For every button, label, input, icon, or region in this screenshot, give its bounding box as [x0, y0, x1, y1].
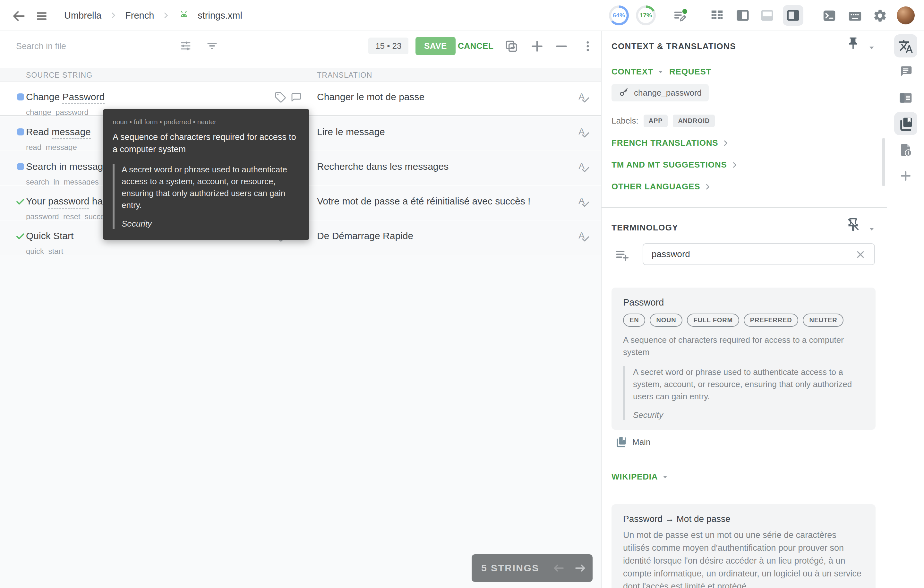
chevron-down-icon[interactable]	[866, 224, 877, 234]
translation-text[interactable]: De Démarrage Rapide	[317, 230, 413, 241]
term-topic: Security	[633, 410, 864, 420]
source-string: Read message	[26, 126, 91, 137]
panel-scrollbar[interactable]	[882, 138, 885, 186]
comment-icon[interactable]	[290, 91, 302, 103]
label-chip[interactable]: APP	[644, 115, 668, 127]
add-string-icon[interactable]	[530, 39, 544, 53]
view-right-panel-icon[interactable]	[783, 5, 804, 26]
spellcheck-icon[interactable]: A	[577, 230, 590, 244]
terminology-search-input[interactable]	[643, 243, 875, 265]
cancel-button[interactable]: CANCEL	[458, 37, 493, 55]
string-position-counter: 15 • 23	[368, 38, 408, 54]
french-translations-link[interactable]: FRENCH TRANSLATIONS	[612, 138, 730, 148]
view-table-icon[interactable]	[710, 8, 724, 23]
breadcrumb-file[interactable]: strings.xml	[198, 10, 242, 21]
term-quote-block: A secret word or phrase used to authenti…	[623, 366, 864, 420]
panel-divider	[602, 207, 887, 208]
tune-icon[interactable]	[180, 40, 192, 52]
clear-search-icon[interactable]	[855, 249, 866, 260]
source-string: Search in messages	[26, 161, 113, 172]
translation-text[interactable]: Changer le mot de passe	[317, 91, 424, 102]
term-chip: PREFERRED	[744, 314, 799, 327]
source-string: Quick Start	[26, 230, 73, 241]
spellcheck-icon[interactable]: A	[577, 195, 590, 209]
spellcheck-icon[interactable]: A	[577, 91, 590, 105]
string-info-panel-icon[interactable]	[899, 143, 913, 157]
tag-icon[interactable]	[275, 91, 286, 103]
unpin-icon[interactable]	[846, 218, 860, 232]
terminal-icon[interactable]	[822, 8, 837, 23]
copy-source-icon[interactable]	[504, 39, 518, 53]
comments-panel-icon[interactable]	[899, 64, 913, 79]
glossary-link[interactable]: Main	[615, 436, 650, 448]
pin-icon[interactable]	[846, 36, 860, 50]
pager-next-icon[interactable]	[574, 562, 587, 575]
svg-text:A: A	[579, 195, 584, 206]
chevron-down-icon[interactable]	[866, 42, 877, 53]
translate-panel-icon[interactable]	[898, 39, 913, 54]
term-definition: A sequence of characters required for ac…	[623, 334, 857, 358]
terminology-term[interactable]: message	[52, 126, 91, 139]
strings-pager: 5 STRINGS	[472, 554, 592, 582]
progress-ring-reviewed[interactable]: 17%	[636, 5, 656, 25]
menu-icon[interactable]	[35, 10, 48, 23]
tasks-edit-icon[interactable]	[673, 8, 688, 23]
tooltip-definition: A sequence of characters required for ac…	[112, 131, 300, 155]
breadcrumb-project[interactable]: Umbrella	[64, 10, 101, 21]
svg-text:A: A	[579, 91, 584, 101]
labels-caption: Labels:	[612, 116, 639, 126]
add-panel-icon[interactable]	[899, 169, 913, 183]
string-key: change_password	[26, 108, 89, 117]
more-options-icon[interactable]	[581, 40, 594, 53]
remove-string-icon[interactable]	[554, 39, 569, 53]
back-icon[interactable]	[12, 9, 26, 23]
tab-request[interactable]: REQUEST	[669, 67, 711, 77]
pager-prev-icon[interactable]	[552, 562, 565, 575]
wikipedia-link[interactable]: WIKIPEDIA	[612, 472, 669, 482]
status-unverified-icon	[17, 93, 24, 101]
spellcheck-icon[interactable]: A	[577, 126, 590, 140]
status-unverified-icon	[17, 128, 24, 135]
avatar[interactable]	[897, 7, 915, 25]
view-bottom-panel-icon[interactable]	[760, 8, 774, 23]
terminology-term[interactable]: Password	[62, 91, 105, 104]
filter-icon[interactable]	[206, 40, 218, 52]
terminology-panel-icon[interactable]	[899, 117, 913, 131]
save-button[interactable]: SAVE	[416, 37, 455, 55]
label-chip[interactable]: ANDROID	[673, 115, 715, 127]
terminology-title: TERMINOLOGY	[612, 223, 678, 233]
gear-icon[interactable]	[873, 8, 888, 23]
progress-ring-translated-value: 64%	[609, 5, 629, 25]
tab-context[interactable]: CONTEXT	[612, 67, 665, 77]
breadcrumb-language[interactable]: French	[125, 10, 154, 21]
search-input[interactable]	[16, 38, 170, 55]
term-quote: A secret word or phrase used to authenti…	[633, 366, 858, 403]
translation-text[interactable]: Recherche dans les messages	[317, 161, 449, 172]
add-term-icon[interactable]	[615, 248, 629, 262]
translation-column-header: TRANSLATION	[317, 71, 373, 79]
tm-mt-suggestions-link[interactable]: TM AND MT SUGGESTIONS	[612, 160, 739, 170]
android-icon	[178, 9, 190, 21]
tooltip-meta: noun • full form • preferred • neuter	[112, 118, 300, 126]
progress-ring-translated[interactable]: 64%	[609, 5, 629, 25]
wikipedia-entry-title: Password → Mot de passe	[623, 514, 864, 524]
other-languages-link[interactable]: OTHER LANGUAGES	[612, 182, 712, 192]
svg-text:A: A	[579, 161, 584, 171]
terminology-term[interactable]: password	[48, 196, 89, 209]
keyboard-icon[interactable]	[848, 9, 862, 24]
status-unverified-icon	[17, 163, 24, 170]
glossary-name: Main	[632, 437, 650, 447]
top-bar: Umbrella French strings.xml 64% 17%	[0, 0, 924, 31]
translation-text[interactable]: Lire le message	[317, 126, 385, 137]
view-left-panel-icon[interactable]	[735, 8, 750, 23]
term-chip: FULL FORM	[687, 314, 739, 327]
context-panel: CONTEXT & TRANSLATIONS CONTEXT REQUEST c…	[601, 31, 887, 588]
wikipedia-card: Password → Mot de passe Un mot de passe …	[612, 504, 876, 588]
tooltip-quote: A secret word or phrase used to authenti…	[122, 164, 300, 211]
table-header: SOURCE STRING TRANSLATION	[0, 68, 601, 81]
source-string: Change Password	[26, 91, 105, 102]
spellcheck-icon[interactable]: A	[577, 161, 590, 174]
context-card-panel-icon[interactable]	[899, 91, 913, 105]
string-key-chip[interactable]: change_password	[612, 84, 709, 101]
translation-text[interactable]: Votre mot de passe a été réinitialisé av…	[317, 196, 530, 207]
